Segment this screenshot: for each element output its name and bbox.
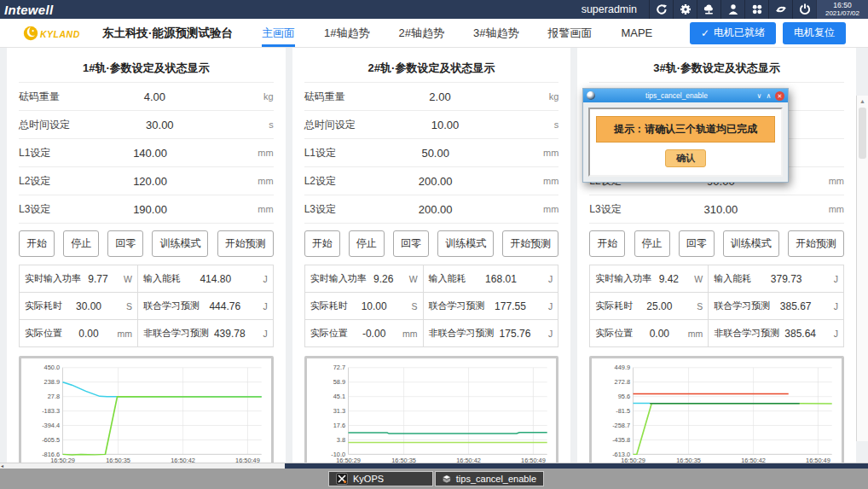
train-mode-button[interactable]: 训练模式 (152, 230, 208, 257)
param-value[interactable]: 10.00 (356, 119, 535, 131)
panel-title: 2#轨·参数设定及状态显示 (304, 61, 559, 76)
train-mode-button[interactable]: 训练模式 (723, 230, 779, 257)
trend-chart: 72.758.945.131.317.63.8-10.016:50:2916:5… (304, 356, 559, 473)
close-icon[interactable]: ✕ (775, 91, 784, 101)
param-value[interactable]: 190.00 (50, 203, 249, 216)
train-mode-button[interactable]: 训练模式 (437, 230, 494, 257)
start-button[interactable]: 开始 (589, 230, 625, 257)
status-cell: 实际位置 -0.00 mm (305, 320, 423, 346)
svg-text:95.6: 95.6 (618, 394, 631, 399)
motor-ready-button[interactable]: ✓ 电机已就绪 (690, 22, 776, 44)
cloud-network-icon[interactable] (697, 0, 720, 19)
dialog-title-bar[interactable]: tips_cancel_enable ∨ ∧ ✕ (583, 89, 788, 102)
return-zero-button[interactable]: 回零 (107, 230, 143, 257)
tab-mape[interactable]: MAPE (621, 19, 652, 47)
param-row: 砝码重量 4.00 kg (19, 83, 274, 111)
refresh-circle-icon[interactable] (649, 0, 673, 19)
stop-button[interactable]: 停止 (634, 230, 670, 257)
param-value[interactable]: 200.00 (336, 203, 535, 216)
track-panel: 2#轨·参数设定及状态显示 砝码重量 2.00 kg 总时间设定 10.00 s… (292, 48, 571, 463)
dialog-body: 提示：请确认三个轨道均已完成 确认 (583, 102, 788, 182)
param-value[interactable]: 4.00 (60, 90, 250, 103)
gear-icon[interactable] (673, 0, 697, 19)
svg-text:238.9: 238.9 (44, 380, 61, 385)
status-cell: 实际耗时 30.00 S (20, 293, 137, 320)
status-cell: 实际耗时 25.00 S (590, 293, 708, 320)
app-nav-bar: KYLAND 东土科技·能源预测试验台 主画面 1#轴趋势 2#轴趋势 3#轴趋… (0, 19, 868, 48)
param-label: L1设定 (19, 146, 50, 160)
shade-icon[interactable]: ∨ (755, 92, 764, 100)
dialog-message: 提示：请确认三个轨道均已完成 (596, 116, 775, 143)
param-label: L3设定 (589, 202, 621, 217)
start-predict-button[interactable]: 开始预测 (217, 230, 274, 257)
svg-text:31.3: 31.3 (333, 409, 345, 414)
param-label: L1设定 (304, 146, 336, 160)
param-value[interactable]: 30.00 (70, 119, 250, 131)
stop-button[interactable]: 停止 (349, 230, 385, 257)
app-title: 东土科技·能源预测试验台 (102, 26, 233, 41)
tab-axis1-trend[interactable]: 1#轴趋势 (324, 19, 369, 47)
status-cell: 联合学习预测 385.67 J (708, 293, 843, 320)
svg-text:-10.0: -10.0 (331, 451, 345, 457)
status-cell: 实际耗时 10.00 S (305, 293, 423, 320)
check-icon: ✓ (701, 27, 709, 39)
param-value[interactable]: 50.00 (336, 147, 535, 160)
taskbar-item-label: KyOPS (353, 474, 384, 484)
param-value[interactable]: 120.00 (50, 175, 249, 188)
svg-text:450.0: 450.0 (44, 365, 61, 370)
screen: Intewell superadmin (0, 0, 868, 489)
param-unit: mm (250, 204, 274, 214)
trend-chart-canvas: 449.9272.895.6-81.5-258.7-435.8-613.016:… (594, 361, 839, 468)
param-value[interactable]: 140.00 (50, 147, 249, 160)
param-value[interactable]: 310.00 (622, 203, 820, 216)
param-row: L2设定 120.00 mm (19, 167, 274, 195)
control-buttons: 开始 停止 回零 训练模式 开始预测 (304, 230, 559, 257)
start-predict-button[interactable]: 开始预测 (788, 230, 844, 257)
stop-button[interactable]: 停止 (63, 230, 99, 257)
status-cell: 实时输入功率 9.26 W (305, 265, 423, 293)
status-cell: 联合学习预测 177.55 J (423, 293, 558, 320)
tab-main-screen[interactable]: 主画面 (262, 19, 295, 47)
status-table: 实时输入功率 9.42 W 输入能耗 379.73 J 实际耗时 25.00 S… (589, 265, 844, 347)
tips-dialog: tips_cancel_enable ∨ ∧ ✕ 提示：请确认三个轨道均已完成 … (582, 88, 789, 183)
layers-icon (443, 473, 451, 485)
return-zero-button[interactable]: 回零 (679, 230, 715, 257)
taskbar-item-label: tips_cancel_enable (456, 474, 536, 484)
user-icon[interactable] (720, 0, 744, 19)
svg-text:58.9: 58.9 (333, 380, 345, 385)
power-icon[interactable] (792, 0, 816, 19)
vertical-scrollbar[interactable]: ▲ (856, 96, 868, 441)
confirm-button[interactable]: 确认 (665, 149, 706, 167)
return-zero-button[interactable]: 回零 (393, 230, 429, 257)
svg-text:-435.8: -435.8 (613, 437, 631, 442)
scroll-left-icon[interactable]: ◂ (1, 463, 3, 469)
taskbar-item-tips-cancel-enable[interactable]: tips_cancel_enable (435, 471, 544, 486)
param-row: L1设定 140.00 mm (19, 139, 274, 167)
svg-text:-183.3: -183.3 (42, 408, 60, 413)
tab-axis3-trend[interactable]: 3#轴趋势 (473, 19, 518, 47)
param-value[interactable]: 2.00 (345, 90, 535, 103)
param-label: L3设定 (19, 202, 50, 217)
horizontal-scrollbar[interactable]: ◂ (0, 463, 868, 469)
param-label: L3设定 (304, 202, 336, 217)
status-cell: 实际位置 0.00 mm (20, 320, 137, 346)
sync-arrows-icon[interactable] (768, 0, 792, 19)
clover-icon[interactable] (744, 0, 768, 19)
status-cell: 实时输入功率 9.77 W (20, 265, 137, 293)
taskbar-item-kyops[interactable]: KyOPS (328, 471, 433, 486)
param-value[interactable]: 200.00 (336, 175, 535, 188)
param-unit: mm (250, 176, 274, 186)
tab-axis2-trend[interactable]: 2#轴趋势 (398, 19, 443, 47)
scroll-up-icon[interactable]: ▲ (857, 98, 868, 104)
tab-alarm-screen[interactable]: 报警画面 (547, 19, 592, 47)
start-predict-button[interactable]: 开始预测 (502, 230, 558, 257)
svg-text:-81.5: -81.5 (616, 408, 631, 413)
start-button[interactable]: 开始 (19, 230, 55, 257)
vertical-scroll-thumb[interactable] (859, 108, 866, 159)
param-unit: kg (535, 91, 558, 102)
dialog-app-icon (587, 91, 595, 100)
start-button[interactable]: 开始 (304, 230, 340, 257)
motor-reset-button[interactable]: 电机复位 (783, 22, 846, 44)
status-cell: 输入能耗 379.73 J (708, 265, 843, 293)
maximize-icon[interactable]: ∧ (764, 92, 773, 100)
